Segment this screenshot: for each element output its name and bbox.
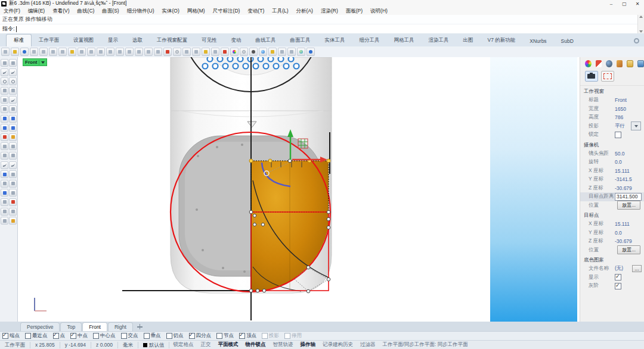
save-file-icon[interactable]	[20, 48, 29, 56]
plane-gold-icon[interactable]	[9, 217, 17, 225]
layer-paint-icon[interactable]	[221, 48, 229, 56]
make-2d-icon[interactable]	[9, 180, 17, 188]
curve-edit-icon[interactable]	[9, 68, 17, 76]
menu-panels[interactable]: 面板(P)	[346, 8, 363, 15]
tab-curve-tools[interactable]: 曲线工具	[249, 35, 283, 46]
osnap-project[interactable]: 投影	[262, 332, 279, 339]
box-solid-icon[interactable]	[1, 115, 8, 123]
target-distance-input[interactable]: 3141.500	[615, 193, 642, 201]
tabstrip-gear-icon[interactable]	[634, 38, 639, 43]
scroll-up-icon[interactable]	[639, 15, 643, 18]
tab-subd-tools[interactable]: 细分工具	[352, 35, 387, 46]
selection-rect-button[interactable]	[601, 71, 614, 82]
xray-viewport-icon[interactable]	[182, 48, 191, 56]
menu-help[interactable]: 说明(H)	[370, 8, 388, 15]
osnap-disable[interactable]: 停用	[284, 332, 302, 339]
osnap-near[interactable]: 最近点	[25, 332, 48, 339]
tab-viewport-layout[interactable]: 工作视窗配置	[150, 35, 194, 46]
adjust-curve-icon[interactable]	[9, 161, 17, 169]
boolean-difference-icon[interactable]	[9, 133, 17, 141]
environment-tab-icon[interactable]	[637, 60, 644, 67]
copy-icon[interactable]	[58, 48, 67, 56]
tab-display[interactable]: 显示	[101, 35, 125, 46]
select-pointer-icon[interactable]	[1, 59, 8, 67]
linear-array-icon[interactable]	[9, 198, 17, 206]
tab-visibility[interactable]: 可见性	[194, 35, 224, 46]
target-x-value[interactable]: 15.111	[615, 221, 644, 227]
export-icon[interactable]	[39, 48, 48, 56]
menu-render[interactable]: 渲染(R)	[321, 8, 338, 15]
osnap-center[interactable]: 中心点	[93, 332, 116, 339]
sun-settings-icon[interactable]	[268, 48, 277, 56]
locked-checkbox[interactable]	[615, 132, 621, 138]
layers-tab-icon[interactable]	[596, 60, 602, 67]
control-point-curve-icon[interactable]	[1, 68, 8, 76]
toggle-gumball[interactable]: 操作轴	[296, 341, 319, 348]
osnap-end[interactable]: 端点	[2, 332, 20, 339]
lens-value[interactable]: 50.0	[615, 151, 644, 157]
viewport-tab-top[interactable]: Top	[60, 322, 82, 331]
viewport-menu-caret-icon[interactable]	[41, 61, 45, 64]
block-insert-icon[interactable]	[1, 180, 8, 188]
toggle-smarttrack[interactable]: 智慧轨迹	[269, 341, 296, 348]
ellipse-icon[interactable]	[9, 77, 17, 85]
circle-icon[interactable]	[1, 77, 8, 85]
osnap-tangent[interactable]: 切点	[166, 332, 184, 339]
lock-icon[interactable]	[211, 48, 219, 56]
object-points-icon[interactable]	[192, 48, 200, 56]
fillet-edge-icon[interactable]	[1, 142, 8, 150]
menu-tools[interactable]: 工具(L)	[272, 8, 288, 15]
check-mark-icon[interactable]	[9, 208, 17, 216]
menu-solid[interactable]: 实体(O)	[162, 8, 179, 15]
osnap-perpendicular[interactable]: 垂点	[144, 332, 161, 339]
blend-surface-icon[interactable]	[1, 152, 8, 160]
move-icon[interactable]	[97, 48, 105, 56]
mesh-object-icon[interactable]	[1, 189, 8, 197]
camera-properties-button[interactable]	[585, 71, 598, 82]
text-object-icon[interactable]	[1, 170, 8, 178]
snap-points-icon[interactable]	[9, 152, 17, 160]
undo-icon[interactable]	[78, 48, 86, 56]
single-point-icon[interactable]	[9, 59, 17, 67]
viewport-title-label[interactable]: Front	[23, 58, 47, 66]
lamp-icon[interactable]	[202, 48, 210, 56]
polyline-icon[interactable]	[1, 87, 8, 95]
target-z-value[interactable]: -30.679	[615, 238, 644, 244]
viewport-title-value[interactable]: Front	[615, 97, 644, 103]
camera-place-button[interactable]: 放置...	[617, 201, 640, 210]
tab-transform[interactable]: 变动	[224, 35, 249, 46]
toggle-filter[interactable]: 过滤器	[357, 341, 379, 348]
target-place-button[interactable]: 放置...	[617, 245, 640, 254]
command-scrollbar[interactable]	[637, 15, 644, 33]
osnap-point[interactable]: 点	[53, 332, 66, 339]
close-button[interactable]: ✕	[631, 1, 644, 7]
maximize-button[interactable]: ▢	[618, 1, 631, 7]
menu-transform[interactable]: 变动(T)	[247, 8, 264, 15]
units-field[interactable]: 毫米	[118, 342, 138, 348]
tab-cplanes[interactable]: 工作平面	[32, 35, 66, 46]
viewport-height-value[interactable]: 786	[615, 114, 644, 120]
menu-surface[interactable]: 曲面(S)	[102, 8, 119, 15]
zoom-window-icon[interactable]	[116, 48, 124, 56]
cplane-field[interactable]: 工作平面	[0, 342, 30, 348]
hatch-icon[interactable]	[9, 189, 17, 197]
menu-edit[interactable]: 编辑(E)	[28, 8, 45, 15]
surface-revolve-icon[interactable]	[9, 105, 17, 113]
camera-y-value[interactable]: -3141.5	[615, 176, 644, 182]
new-viewport-tab-button[interactable]	[137, 324, 143, 329]
tab-mesh-tools[interactable]: 网格工具	[387, 35, 422, 46]
libraries-tab-icon[interactable]	[627, 60, 633, 67]
lock-objects-icon[interactable]	[1, 217, 8, 225]
rendering-tab-icon[interactable]	[617, 60, 623, 67]
help-icon[interactable]	[306, 48, 315, 56]
ghosted-viewport-icon[interactable]	[173, 48, 181, 56]
tab-render-tools[interactable]: 渲染工具	[422, 35, 456, 46]
new-file-icon[interactable]	[1, 48, 10, 56]
osnap-intersection[interactable]: 交点	[121, 332, 138, 339]
bitmap-browse-button[interactable]: ...	[632, 265, 642, 272]
rectangle-icon[interactable]	[9, 87, 17, 95]
scroll-down-icon[interactable]	[639, 30, 643, 33]
camera-z-value[interactable]: -30.679	[615, 185, 644, 191]
tab-drafting[interactable]: 出图	[456, 35, 481, 46]
toggle-planar[interactable]: 平面模式	[214, 341, 242, 348]
